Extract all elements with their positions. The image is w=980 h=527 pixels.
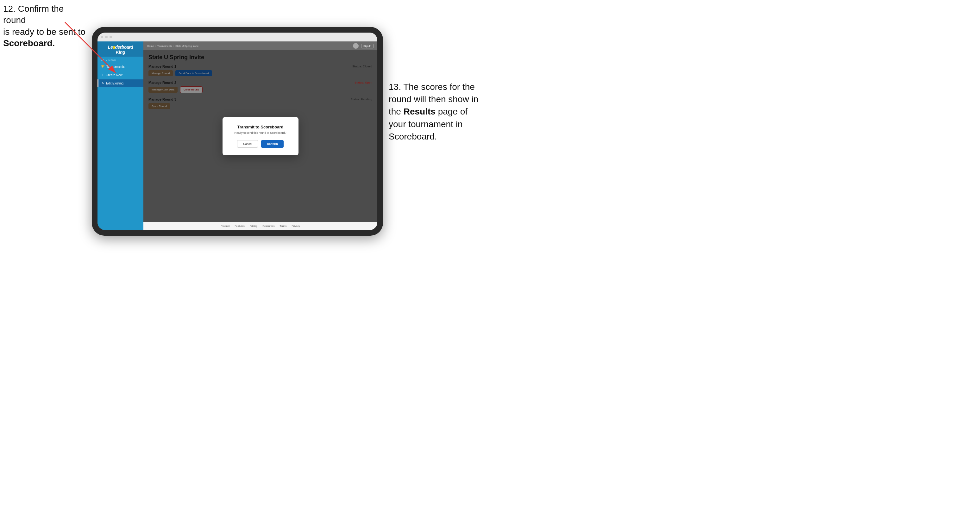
sidebar: LeaderboardKing MAIN MENU 🏆 Tournaments … — [97, 41, 143, 230]
annotation-top: 12. Confirm the round is ready to be sen… — [3, 3, 86, 49]
sign-in-button[interactable]: Sign In — [361, 44, 374, 48]
breadcrumb-home: Home — [147, 44, 154, 48]
browser-dot-1 — [101, 36, 103, 38]
logo: LeaderboardKing — [101, 44, 140, 55]
sidebar-item-tournaments[interactable]: 🏆 Tournaments — [97, 63, 143, 71]
footer-pricing[interactable]: Pricing — [250, 225, 257, 227]
breadcrumb-current: State U Spring Invite — [175, 44, 199, 48]
top-bar-right: Sign In — [353, 43, 374, 49]
sidebar-item-edit-existing[interactable]: ✎ Edit Existing — [97, 79, 143, 87]
annotation-right-bold: Results — [404, 106, 436, 116]
tablet-screen: LeaderboardKing MAIN MENU 🏆 Tournaments … — [97, 33, 377, 230]
annotation-right: 13. The scores for the round will then s… — [389, 81, 487, 143]
avatar — [353, 43, 359, 49]
footer: Product Features Pricing Resources Terms… — [143, 222, 377, 230]
footer-features[interactable]: Features — [235, 225, 245, 227]
sidebar-edit-existing-label: Edit Existing — [106, 82, 123, 85]
modal-title: Transmit to Scoreboard — [230, 125, 291, 129]
menu-label: MAIN MENU — [97, 57, 143, 63]
sidebar-create-new-label: Create New — [106, 73, 123, 77]
tablet-frame: LeaderboardKing MAIN MENU 🏆 Tournaments … — [92, 27, 383, 236]
sidebar-item-create-new[interactable]: ＋ Create New — [97, 71, 143, 79]
plus-icon: ＋ — [101, 73, 104, 77]
modal-subtitle: Ready to send this round to Scoreboard? — [230, 131, 291, 135]
main-content: Home › Tournaments › State U Spring Invi… — [143, 41, 377, 230]
top-bar: Home › Tournaments › State U Spring Invi… — [143, 41, 377, 50]
modal-confirm-button[interactable]: Confirm — [261, 140, 284, 148]
browser-bar — [97, 33, 377, 41]
footer-resources[interactable]: Resources — [262, 225, 274, 227]
footer-terms[interactable]: Terms — [280, 225, 286, 227]
annotation-bold: Scoreboard. — [3, 38, 55, 48]
trophy-icon: 🏆 — [101, 65, 105, 68]
footer-privacy[interactable]: Privacy — [291, 225, 300, 227]
footer-product[interactable]: Product — [221, 225, 230, 227]
modal-buttons: Cancel Confirm — [230, 140, 291, 148]
browser-dot-2 — [105, 36, 108, 38]
transmit-modal: Transmit to Scoreboard Ready to send thi… — [223, 117, 299, 155]
sidebar-logo: LeaderboardKing — [97, 41, 143, 57]
modal-overlay: Transmit to Scoreboard Ready to send thi… — [143, 50, 377, 222]
sidebar-tournaments-label: Tournaments — [107, 65, 125, 68]
breadcrumb: Home › Tournaments › State U Spring Invi… — [147, 44, 199, 48]
browser-dot-3 — [110, 36, 112, 38]
page-content: State U Spring Invite Manage Round 1 Sta… — [143, 50, 377, 222]
modal-cancel-button[interactable]: Cancel — [237, 140, 258, 148]
breadcrumb-tournaments: Tournaments — [158, 44, 172, 48]
edit-icon: ✎ — [102, 82, 104, 85]
